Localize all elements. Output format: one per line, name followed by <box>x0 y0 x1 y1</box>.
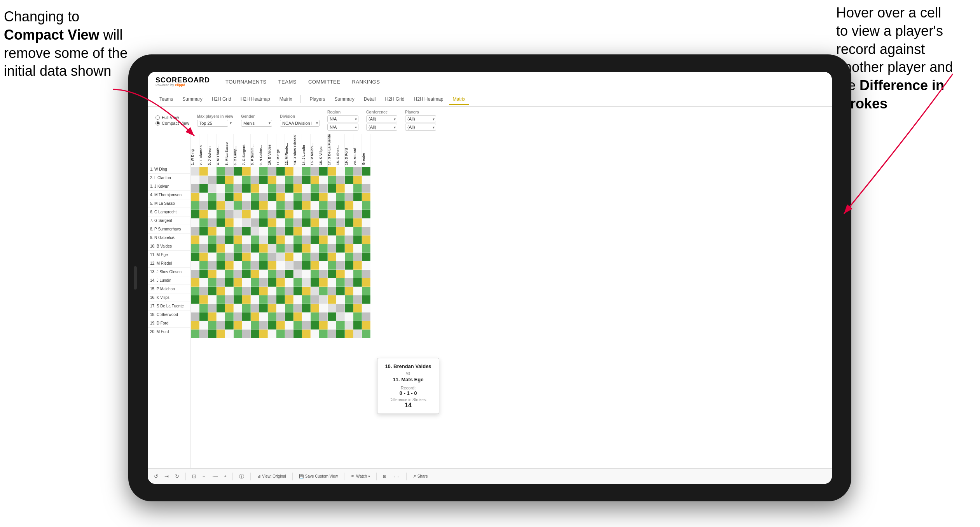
cell-3-4[interactable] <box>217 184 225 193</box>
cell-9-11[interactable] <box>276 236 285 244</box>
cell-20-7[interactable] <box>242 330 251 338</box>
cell-14-16[interactable] <box>319 278 328 287</box>
cell-5-8[interactable] <box>251 201 259 210</box>
full-view-option[interactable]: Full View <box>155 115 189 120</box>
cell-3-18[interactable] <box>336 184 345 193</box>
cell-3-6[interactable] <box>234 184 242 193</box>
cell-16-14[interactable] <box>302 295 311 304</box>
cell-8-12[interactable] <box>285 227 293 236</box>
info-button[interactable]: ⓘ <box>239 473 244 480</box>
cell-15-11[interactable] <box>276 287 285 295</box>
cell-17-19[interactable] <box>345 304 353 312</box>
cell-16-11[interactable] <box>276 295 285 304</box>
max-players-select[interactable]: Top 25 <box>197 120 228 127</box>
cell-12-2[interactable] <box>199 261 208 270</box>
cell-1-10[interactable] <box>268 167 276 176</box>
zoom-fit-button[interactable]: ⊡ <box>192 473 196 479</box>
cell-16-13[interactable] <box>293 295 302 304</box>
cell-4-12[interactable] <box>285 193 293 201</box>
cell-3-15[interactable] <box>311 184 319 193</box>
cell-10-9[interactable] <box>259 244 268 253</box>
cell-19-3[interactable] <box>208 321 217 330</box>
cell-8-18[interactable] <box>336 227 345 236</box>
cell-10-12[interactable] <box>285 244 293 253</box>
cell-3-10[interactable] <box>268 184 276 193</box>
cell-14-8[interactable] <box>251 278 259 287</box>
cell-17-18[interactable] <box>336 304 345 312</box>
cell-6-2[interactable] <box>199 210 208 218</box>
cell-14-10[interactable] <box>268 278 276 287</box>
conference-select2[interactable]: (All) <box>366 124 397 131</box>
cell-2-21[interactable] <box>362 176 370 184</box>
cell-17-8[interactable] <box>251 304 259 312</box>
subnav-teams[interactable]: Teams <box>155 94 177 104</box>
compact-view-radio[interactable] <box>155 121 160 126</box>
cell-10-4[interactable] <box>217 244 225 253</box>
division-select[interactable]: NCAA Division I <box>280 120 320 127</box>
cell-4-8[interactable] <box>251 193 259 201</box>
cell-15-17[interactable] <box>328 287 336 295</box>
subnav-players-summary[interactable]: Summary <box>330 94 358 104</box>
cell-8-9[interactable] <box>259 227 268 236</box>
cell-13-4[interactable] <box>217 270 225 278</box>
cell-5-18[interactable] <box>336 201 345 210</box>
cell-18-1[interactable] <box>191 312 199 321</box>
cell-6-11[interactable] <box>276 210 285 218</box>
cell-9-4[interactable] <box>217 236 225 244</box>
cell-18-2[interactable] <box>199 312 208 321</box>
cell-2-18[interactable] <box>336 176 345 184</box>
cell-14-19[interactable] <box>345 278 353 287</box>
region-select2[interactable]: N/A <box>327 124 358 131</box>
save-custom-view-button[interactable]: 💾 Save Custom View <box>299 474 338 478</box>
cell-20-16[interactable] <box>319 330 328 338</box>
cell-16-3[interactable] <box>208 295 217 304</box>
cell-17-3[interactable] <box>208 304 217 312</box>
cell-1-11[interactable] <box>276 167 285 176</box>
cell-6-3[interactable] <box>208 210 217 218</box>
cell-10-8[interactable] <box>251 244 259 253</box>
cell-15-14[interactable] <box>302 287 311 295</box>
cell-1-14[interactable] <box>302 167 311 176</box>
cell-6-14[interactable] <box>302 210 311 218</box>
cell-17-7[interactable] <box>242 304 251 312</box>
cell-4-15[interactable] <box>311 193 319 201</box>
cell-2-2[interactable] <box>199 176 208 184</box>
cell-15-12[interactable] <box>285 287 293 295</box>
cell-1-18[interactable] <box>336 167 345 176</box>
cell-9-13[interactable] <box>293 236 302 244</box>
cell-5-17[interactable] <box>328 201 336 210</box>
cell-15-2[interactable] <box>199 287 208 295</box>
cell-16-2[interactable] <box>199 295 208 304</box>
cell-10-20[interactable] <box>353 244 362 253</box>
cell-18-16[interactable] <box>319 312 328 321</box>
cell-5-7[interactable] <box>242 201 251 210</box>
cell-7-17[interactable] <box>328 218 336 227</box>
cell-5-6[interactable] <box>234 201 242 210</box>
cell-9-5[interactable] <box>225 236 234 244</box>
cell-6-16[interactable] <box>319 210 328 218</box>
watch-button[interactable]: 👁 Watch ▾ <box>351 474 370 478</box>
cell-4-14[interactable] <box>302 193 311 201</box>
cell-17-13[interactable] <box>293 304 302 312</box>
share-button[interactable]: ↗ Share <box>413 474 428 478</box>
cell-7-9[interactable] <box>259 218 268 227</box>
cell-3-12[interactable] <box>285 184 293 193</box>
cell-8-5[interactable] <box>225 227 234 236</box>
cell-20-4[interactable] <box>217 330 225 338</box>
cell-12-20[interactable] <box>353 261 362 270</box>
cell-16-5[interactable] <box>225 295 234 304</box>
cell-14-9[interactable] <box>259 278 268 287</box>
cell-13-18[interactable] <box>336 270 345 278</box>
cell-2-9[interactable] <box>259 176 268 184</box>
cell-10-13[interactable] <box>293 244 302 253</box>
cell-4-4[interactable] <box>217 193 225 201</box>
cell-17-14[interactable] <box>302 304 311 312</box>
cell-13-3[interactable] <box>208 270 217 278</box>
cell-14-14[interactable] <box>302 278 311 287</box>
cell-20-18[interactable] <box>336 330 345 338</box>
cell-10-14[interactable] <box>302 244 311 253</box>
cell-15-19[interactable] <box>345 287 353 295</box>
cell-19-12[interactable] <box>285 321 293 330</box>
cell-3-7[interactable] <box>242 184 251 193</box>
cell-11-10[interactable] <box>268 253 276 261</box>
